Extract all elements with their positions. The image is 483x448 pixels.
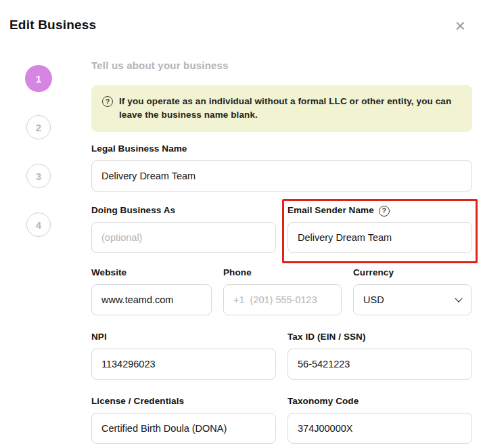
info-box: ? If you operate as an individual withou… [91,85,472,132]
email-sender-name-field: Email Sender Name ? [288,205,472,253]
step-3[interactable]: 3 [26,164,51,188]
chevron-down-icon [455,294,462,302]
legal-business-name-field: Legal Business Name [91,143,472,192]
step-2[interactable]: 2 [26,115,51,139]
doing-business-as-field: Doing Business As [91,205,276,253]
legal-business-name-label: Legal Business Name [91,143,472,154]
step-1[interactable]: 1 [25,65,52,92]
taxonomy-code-field: Taxonomy Code [288,396,472,444]
step-2-number: 2 [36,122,41,133]
npi-input[interactable] [91,349,276,380]
step-indicator: 1 2 3 4 [0,34,77,237]
website-label: Website [91,267,212,277]
help-icon: ? [102,96,113,107]
tax-id-field: Tax ID (EIN / SSN) [288,332,472,380]
legal-business-name-input[interactable] [91,160,472,192]
currency-selected-value: USD [363,294,384,305]
close-icon[interactable]: × [451,18,469,34]
npi-label: NPI [91,332,276,342]
license-credentials-label: License / Credentials [91,396,276,406]
modal-body: 1 2 3 4 Tell us about your business ? If… [0,34,483,444]
email-sender-name-input[interactable] [288,222,472,253]
phone-input[interactable] [223,284,342,315]
taxonomy-code-input[interactable] [288,413,472,444]
doing-business-as-label: Doing Business As [91,205,276,215]
license-credentials-input[interactable] [91,413,276,444]
phone-label: Phone [223,267,342,277]
currency-select[interactable]: USD [353,284,472,315]
step-4-number: 4 [36,219,41,231]
website-field: Website [91,267,212,315]
tax-id-input[interactable] [288,349,472,380]
email-sender-name-label: Email Sender Name ? [288,205,472,215]
step-3-number: 3 [36,171,41,182]
doing-business-as-input[interactable] [91,222,276,253]
step-4[interactable]: 4 [26,212,51,237]
edit-business-modal: Edit Business × 1 2 3 4 Tell us about yo… [0,0,483,448]
taxonomy-code-label: Taxonomy Code [288,396,472,406]
email-sender-help-icon[interactable]: ? [379,206,390,217]
step-1-number: 1 [36,73,41,85]
license-credentials-field: License / Credentials [91,396,276,444]
modal-header: Edit Business × [0,0,483,34]
currency-field: Currency USD [353,267,472,315]
npi-field: NPI [91,332,276,380]
phone-field: Phone [223,267,342,315]
email-sender-name-label-text: Email Sender Name [288,205,374,215]
business-form: Tell us about your business ? If you ope… [77,34,483,444]
tax-id-label: Tax ID (EIN / SSN) [288,332,472,342]
currency-label: Currency [353,267,472,277]
website-input[interactable] [91,284,212,315]
modal-title: Edit Business [9,18,96,32]
info-box-text: If you operate as an individual without … [119,95,461,122]
section-heading: Tell us about your business [91,60,472,71]
